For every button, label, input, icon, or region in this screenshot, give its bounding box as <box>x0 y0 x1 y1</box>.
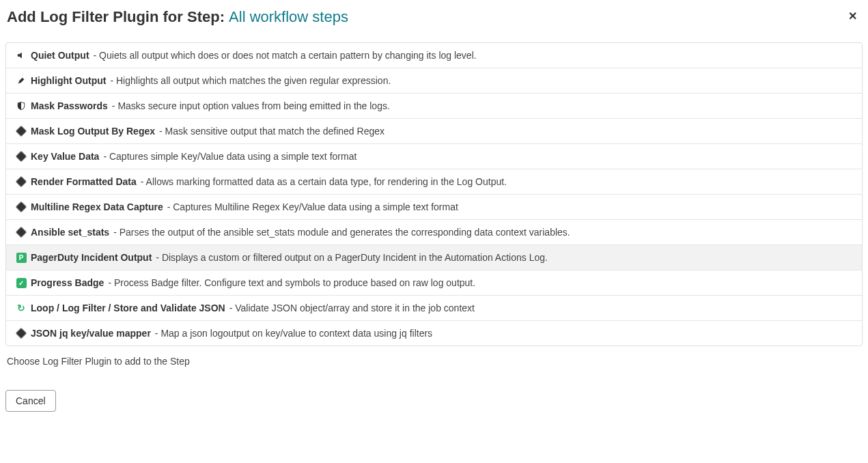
plugin-item[interactable]: Key Value Data - Captures simple Key/Val… <box>6 144 862 169</box>
plugin-description: - Process Badge filter. Configure text a… <box>108 277 475 288</box>
diamond-icon <box>16 151 27 162</box>
plugin-description: - Parses the output of the ansible set_s… <box>113 227 570 238</box>
plugin-description: - Highlights all output which matches th… <box>110 75 391 86</box>
dialog-title: Add Log Filter Plugin for Step: All work… <box>7 8 348 26</box>
title-step-link[interactable]: All workflow steps <box>229 8 348 25</box>
plugin-name: Multiline Regex Data Capture <box>31 201 163 212</box>
plugin-name: Mask Passwords <box>31 100 108 111</box>
dialog-header: Add Log Filter Plugin for Step: All work… <box>5 5 863 42</box>
plugin-list: Quiet Output - Quiets all output which d… <box>5 42 863 346</box>
dialog-footer: Cancel <box>5 380 863 416</box>
help-text: Choose Log Filter Plugin to add to the S… <box>5 346 863 380</box>
plugin-item[interactable]: PPagerDuty Incident Output - Displays a … <box>6 245 862 270</box>
loop-icon: ↻ <box>16 303 27 313</box>
plugin-description: - Masks secure input option values from … <box>112 100 390 111</box>
plugin-description: - Quiets all output which does or does n… <box>94 50 477 61</box>
diamond-icon <box>16 227 27 238</box>
diamond-icon <box>16 201 27 212</box>
plugin-name: Ansible set_stats <box>31 227 109 238</box>
plugin-name: PagerDuty Incident Output <box>31 252 152 263</box>
plugin-description: - Mask sensitive output that match the d… <box>159 126 384 137</box>
pagerduty-icon: P <box>16 252 27 263</box>
plugin-name: Mask Log Output By Regex <box>31 126 155 137</box>
plugin-name: Progress Badge <box>31 277 104 288</box>
plugin-description: - Captures Multiline Regex Key/Value dat… <box>167 201 458 212</box>
plugin-name: Highlight Output <box>31 75 106 86</box>
plugin-name: Loop / Log Filter / Store and Validate J… <box>31 303 225 313</box>
plugin-description: - Validate JSON object/array and store i… <box>229 303 475 313</box>
plugin-item[interactable]: Render Formatted Data - Allows marking f… <box>6 169 862 195</box>
plugin-item[interactable]: ↻Loop / Log Filter / Store and Validate … <box>6 296 862 321</box>
diamond-icon <box>16 126 27 137</box>
plugin-description: - Captures simple Key/Value data using a… <box>103 151 356 162</box>
highlighter-icon <box>16 75 27 86</box>
plugin-name: Render Formatted Data <box>31 176 137 187</box>
plugin-item[interactable]: JSON jq key/value mapper - Map a json lo… <box>6 321 862 346</box>
plugin-name: Quiet Output <box>31 50 89 61</box>
plugin-description: - Displays a custom or filtered output o… <box>156 252 548 263</box>
plugin-description: - Map a json logoutput on key/value to c… <box>155 328 432 339</box>
plugin-name: JSON jq key/value mapper <box>31 328 151 339</box>
plugin-description: - Allows marking formatted data as a cer… <box>141 176 507 187</box>
close-icon[interactable]: ✕ <box>844 8 861 24</box>
shield-icon <box>16 100 27 111</box>
diamond-icon <box>16 328 27 339</box>
check-badge-icon: ✓ <box>16 277 27 288</box>
plugin-item[interactable]: Highlight Output - Highlights all output… <box>6 68 862 94</box>
title-prefix: Add Log Filter Plugin for Step: <box>7 8 229 25</box>
plugin-item[interactable]: Quiet Output - Quiets all output which d… <box>6 43 862 68</box>
diamond-icon <box>16 176 27 187</box>
plugin-name: Key Value Data <box>31 151 99 162</box>
plugin-item[interactable]: Multiline Regex Data Capture - Captures … <box>6 195 862 220</box>
plugin-item[interactable]: ✓Progress Badge - Process Badge filter. … <box>6 270 862 296</box>
plugin-item[interactable]: Mask Passwords - Masks secure input opti… <box>6 94 862 119</box>
plugin-item[interactable]: Mask Log Output By Regex - Mask sensitiv… <box>6 119 862 144</box>
cancel-button[interactable]: Cancel <box>5 390 56 412</box>
plugin-item[interactable]: Ansible set_stats - Parses the output of… <box>6 220 862 245</box>
mute-icon <box>16 50 27 61</box>
